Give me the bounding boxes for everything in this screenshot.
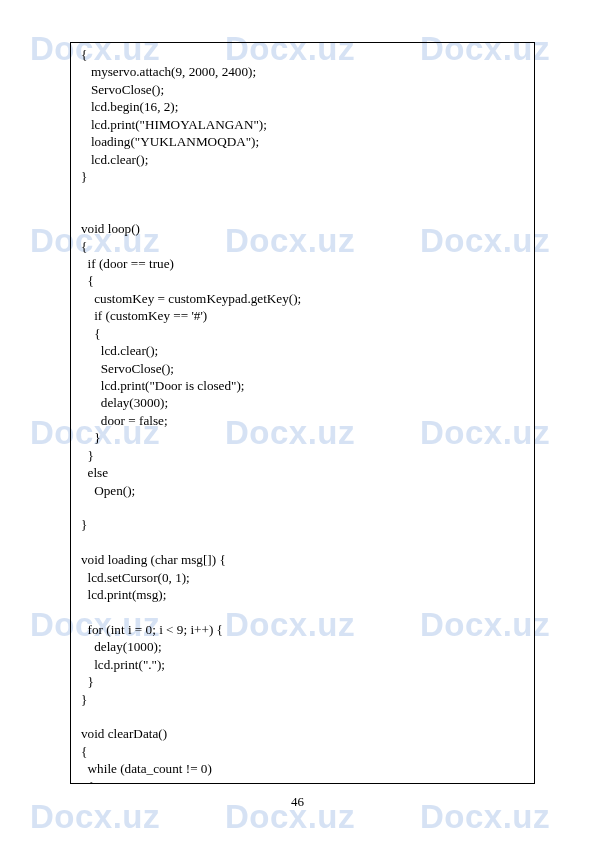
page-number: 46 xyxy=(0,794,595,810)
code-block: { myservo.attach(9, 2000, 2400); ServoCl… xyxy=(81,46,524,784)
code-content-box: { myservo.attach(9, 2000, 2400); ServoCl… xyxy=(70,42,535,784)
